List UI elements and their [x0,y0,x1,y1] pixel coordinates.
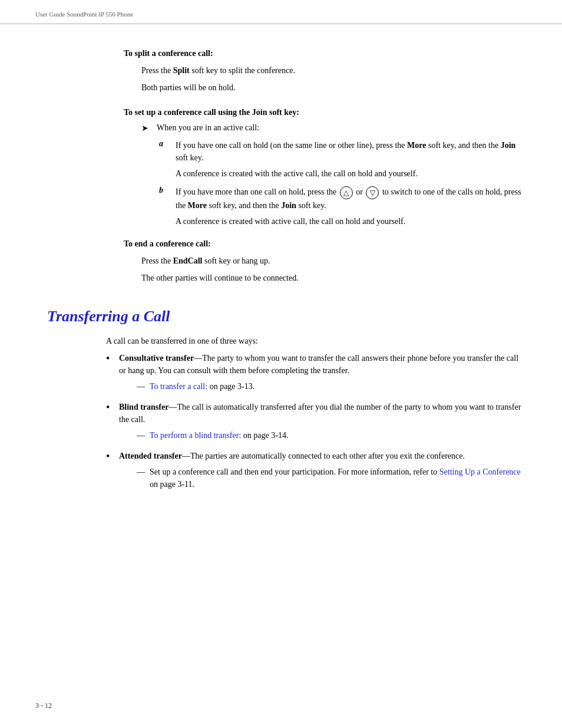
consultative-transfer-item: • Consultative transfer—The party to who… [106,352,527,395]
item-a-label: a [159,139,171,149]
dash-icon-3: — [137,466,147,478]
page-number: 3 - 12 [35,701,52,710]
join-prerequisite-text: When you are in an active call: [157,123,259,133]
up-arrow-icon: △ [340,186,353,199]
bullet-dot-3: • [106,449,115,465]
consultative-dash-link-item: — To transfer a call: on page 3-13. [137,380,527,393]
item-a-text: If you have one call on hold (on the sam… [176,139,527,164]
join-conference-prerequisite: ➤ When you are in an active call: a If y… [141,123,527,228]
split-conference-para2: Both parties will be on hold. [141,81,527,94]
join-conference-heading: To set up a conference call using the Jo… [124,108,527,117]
blind-link-text: To perform a blind transfer: on page 3-1… [150,429,288,442]
end-conference-heading: To end a conference call: [124,239,527,249]
to-transfer-link[interactable]: To transfer a call: [150,382,207,391]
split-conference-para1: Press the Split soft key to split the co… [141,64,527,77]
to-perform-link[interactable]: To perform a blind transfer: [150,431,241,440]
consultative-link-text: To transfer a call: on page 3-13. [150,380,254,393]
blind-transfer-text: Blind transfer—The call is automatically… [119,401,527,444]
transfer-types-list: • Consultative transfer—The party to who… [106,352,527,493]
bullet-dot-1: • [106,351,115,367]
join-item-b: b If you have more than one call on hold… [159,186,527,212]
split-bold: Split [173,66,190,75]
item-b-label: b [159,186,171,195]
endcall-bold: EndCall [173,256,203,265]
end-conference-para1: Press the EndCall soft key or hang up. [141,255,527,267]
page-header: User Guide SoundPoint IP 550 Phone [0,0,562,24]
attended-transfer-text: Attended transfer—The parties are automa… [119,450,527,493]
item-a-result: A conference is created with the active … [176,167,527,180]
blind-page-text: on page 3-14. [243,431,289,440]
page: User Guide SoundPoint IP 550 Phone To sp… [0,0,562,728]
bullet-dot-2: • [106,400,115,416]
transferring-intro: A call can be transferred in one of thre… [106,335,527,347]
split-conference-heading: To split a conference call: [124,49,527,58]
item-b-text: If you have more than one call on hold, … [176,186,527,212]
down-arrow-icon: ▽ [366,186,379,199]
attended-dash-text: Set up a conference call and then end yo… [150,466,527,490]
transferring-title: Transferring a Call [47,308,527,325]
blind-dash-link-item: — To perform a blind transfer: on page 3… [137,429,527,442]
setting-up-conference-link[interactable]: Setting Up a Conference [439,467,521,476]
dash-icon-2: — [137,429,147,442]
item-b-result: A conference is created with active call… [176,215,527,228]
consultative-page-text: on page 3-13. [210,382,255,391]
consultative-transfer-text: Consultative transfer—The party to whom … [119,352,527,395]
join-item-a: a If you have one call on hold (on the s… [159,139,527,164]
attended-dash-item: — Set up a conference call and then end … [137,466,527,490]
dash-icon-1: — [137,380,147,393]
end-conference-para2: The other parties will continue to be co… [141,272,527,284]
attended-transfer-item: • Attended transfer—The parties are auto… [106,450,527,493]
blind-transfer-item: • Blind transfer—The call is automatical… [106,401,527,444]
arrow-right-icon: ➤ [141,123,153,133]
header-text: User Guide SoundPoint IP 550 Phone [35,11,133,18]
main-content: To split a conference call: Press the Sp… [0,24,562,510]
